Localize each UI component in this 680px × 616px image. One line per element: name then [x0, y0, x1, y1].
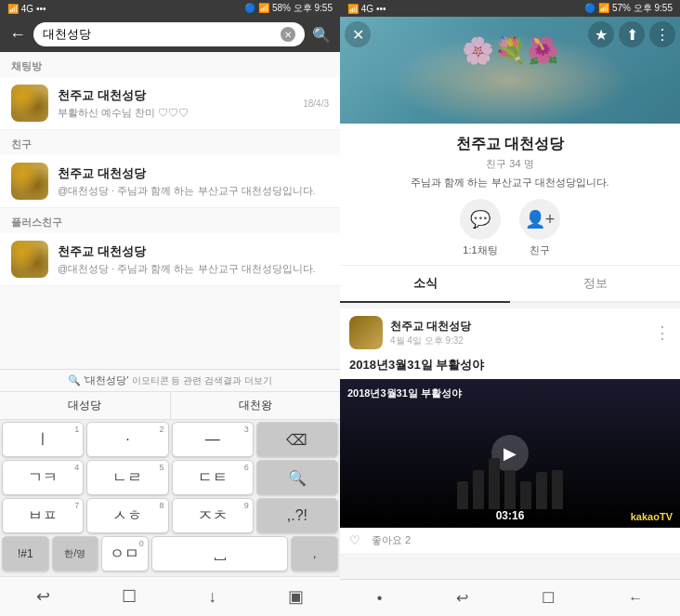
plusfriend-result-item[interactable]: 천주교 대천성당 @대천성당 · 주님과 함께 하는 부산교구 대천성당입니다. [0, 233, 340, 286]
profile-info: 천주교 대천성당 친구 34 명 주님과 함께 하는 부산교구 대천성당입니다.… [340, 124, 680, 266]
search-input[interactable] [43, 28, 275, 42]
plusfriend-sub: @대천성당 · 주님과 함께 하는 부산교구 대천성당입니다. [58, 262, 329, 276]
friend-action-label: 친구 [530, 243, 550, 257]
suggestion-search-text: 🔍 '대천성당' [68, 374, 128, 386]
right-nav-bar: • ↩ ☐ ← [340, 579, 680, 616]
key-3[interactable]: 3— [172, 422, 254, 457]
tab-info[interactable]: 정보 [510, 266, 680, 303]
friend-icon: 👤+ [519, 199, 560, 240]
post-author: 천주교 대천성당 [390, 319, 647, 334]
section-label-plusfriend: 플러스친구 [0, 208, 340, 233]
chatroom-name: 천주교 대천성당 [58, 87, 294, 104]
keyboard-area: 🔍 '대천성당' 이모티콘 등 관련 검색결과 더보기 대성당 대천왕 1ㅣ 2… [0, 369, 340, 616]
key-5[interactable]: 5ㄴㄹ [86, 460, 168, 495]
key-space[interactable]: ⎵ [151, 536, 289, 571]
key-punctuation[interactable]: ,.?! [256, 498, 338, 533]
figure-4 [504, 470, 516, 509]
profile-actions: 💬 1:1채팅 👤+ 친구 [355, 199, 665, 257]
key-backspace[interactable]: ⌫ [256, 422, 338, 457]
nav-btn-recents[interactable]: ▣ [279, 583, 313, 610]
figure-2 [473, 470, 484, 509]
friend-result-item[interactable]: 천주교 대천성당 @대천성당 · 주님과 함께 하는 부산교구 대천성당입니다. [0, 155, 340, 208]
key-search[interactable]: 🔍 [256, 460, 338, 495]
key-1[interactable]: 1ㅣ [2, 422, 84, 457]
right-status-left: 📶 4G ••• [347, 4, 386, 14]
key-row-1: 1ㅣ 2· 3— ⌫ [2, 422, 338, 457]
post-title: 2018년3월31일 부활성야 [340, 357, 680, 379]
key-6[interactable]: 6ㄷㅌ [172, 460, 254, 495]
friend-name: 천주교 대천성당 [58, 165, 329, 182]
keyboard-rows: 1ㅣ 2· 3— ⌫ 4ㄱㅋ 5ㄴㄹ 6ㄷㅌ 🔍 7ㅂㅍ 8ㅅㅎ 9ㅈㅊ ,.?… [0, 420, 340, 576]
friend-avatar [11, 163, 48, 200]
key-7[interactable]: 7ㅂㅍ [2, 498, 84, 533]
left-status-right: 🔵 📶 58% 오후 9:55 [244, 2, 333, 15]
key-symbol[interactable]: !#1 [2, 536, 49, 571]
tab-news[interactable]: 소식 [340, 266, 510, 303]
post-avatar [349, 316, 383, 349]
section-label-friend: 친구 [0, 130, 340, 155]
left-status-left: 📶 4G ••• [7, 4, 46, 14]
nav-btn-down[interactable]: ↓ [199, 583, 226, 610]
left-panel: 📶 4G ••• 🔵 📶 58% 오후 9:55 ← ✕ 🔍 채팅방 천주교 대… [0, 0, 340, 616]
close-profile-button[interactable]: ✕ [345, 21, 371, 47]
right-panel: 📶 4G ••• 🔵 📶 57% 오후 9:55 🌸💐🌺 ✕ ★ ⬆ ⋮ 천주교… [340, 0, 680, 616]
share-button[interactable]: ⬆ [619, 21, 645, 47]
key-0[interactable]: 0ㅇㅁ [101, 536, 149, 571]
post-video[interactable]: 2018년3월31일 부활성야 ▶ 03:16 kakaoTV [340, 379, 680, 528]
nav-btn-home[interactable]: ☐ [112, 583, 146, 610]
key-comma[interactable]: , [291, 536, 338, 571]
figure-6 [536, 472, 547, 509]
post-meta: 천주교 대천성당 4월 4일 오후 9:32 [390, 319, 647, 347]
right-nav-btn-back[interactable]: ← [619, 586, 652, 610]
search-bar: ← ✕ 🔍 [0, 17, 340, 52]
keyboard-quick-suggestions: 대성당 대천왕 [0, 392, 340, 420]
header-right-buttons: ★ ⬆ ⋮ [588, 21, 675, 47]
back-button[interactable]: ← [9, 25, 26, 45]
profile-description: 주님과 함께 하는 부산교구 대천성당입니다. [355, 176, 665, 190]
post-more-button[interactable]: ⋮ [654, 322, 671, 343]
key-8[interactable]: 8ㅅㅎ [86, 498, 168, 533]
right-nav-btn-bullet[interactable]: • [368, 586, 392, 610]
more-options-button[interactable]: ⋮ [649, 21, 675, 47]
clear-input-button[interactable]: ✕ [281, 27, 295, 42]
key-lang[interactable]: 한/영 [52, 536, 99, 571]
quick-suggestion-1[interactable]: 대천왕 [171, 392, 341, 419]
plusfriend-avatar [11, 241, 48, 278]
feed-area: 천주교 대천성당 4월 4일 오후 9:32 ⋮ 2018년3월31일 부활성야… [340, 303, 680, 579]
plusfriend-name: 천주교 대천성당 [58, 243, 329, 260]
chat-action-button[interactable]: 💬 1:1채팅 [460, 199, 501, 257]
figure-3 [489, 458, 500, 509]
section-label-chatroom: 채팅방 [0, 52, 340, 77]
post-time: 4월 4일 오후 9:32 [390, 334, 647, 347]
left-status-bar: 📶 4G ••• 🔵 📶 58% 오후 9:55 [0, 0, 340, 17]
suggestion-more-text: 이모티콘 등 관련 검색결과 더보기 [132, 375, 272, 386]
figure-1 [457, 481, 468, 509]
right-nav-btn-return[interactable]: ↩ [447, 585, 477, 610]
friend-action-button[interactable]: 👤+ 친구 [519, 199, 560, 257]
key-4[interactable]: 4ㄱㅋ [2, 460, 84, 495]
bookmark-button[interactable]: ★ [588, 21, 614, 47]
chatroom-info: 천주교 대천성당 부활하신 예수님 찬미 ♡♡♡ [58, 87, 294, 120]
feed-post: 천주교 대천성당 4월 4일 오후 9:32 ⋮ 2018년3월31일 부활성야… [340, 308, 680, 553]
right-status-right: 🔵 📶 57% 오후 9:55 [584, 2, 673, 15]
keyboard-suggestion[interactable]: 🔍 '대천성당' 이모티콘 등 관련 검색결과 더보기 [0, 370, 340, 392]
kakao-tv-badge: kakaoTV [631, 511, 673, 522]
key-2[interactable]: 2· [86, 422, 168, 457]
figure-5 [520, 481, 531, 509]
right-status-bar: 📶 4G ••• 🔵 📶 57% 오후 9:55 [340, 0, 680, 17]
quick-suggestion-0[interactable]: 대성당 [0, 392, 171, 419]
key-row-4: !#1 한/영 0ㅇㅁ ⎵ , [2, 536, 338, 571]
right-nav-btn-home[interactable]: ☐ [532, 585, 564, 610]
profile-header-buttons: ✕ ★ ⬆ ⋮ [345, 21, 675, 47]
key-9[interactable]: 9ㅈㅊ [172, 498, 254, 533]
nav-btn-return[interactable]: ↩ [27, 583, 59, 610]
profile-tabs: 소식 정보 [340, 266, 680, 303]
search-submit-button[interactable]: 🔍 [312, 26, 331, 44]
chatroom-meta: 18/4/3 [303, 98, 329, 109]
key-row-3: 7ㅂㅍ 8ㅅㅎ 9ㅈㅊ ,.?! [2, 498, 338, 533]
figure-7 [552, 470, 563, 509]
chatroom-sub: 부활하신 예수님 찬미 ♡♡♡ [58, 106, 294, 120]
profile-header-image: 🌸💐🌺 ✕ ★ ⬆ ⋮ [340, 17, 680, 124]
chatroom-result-item[interactable]: 천주교 대천성당 부활하신 예수님 찬미 ♡♡♡ 18/4/3 [0, 77, 340, 130]
chat-action-label: 1:1채팅 [463, 243, 497, 257]
